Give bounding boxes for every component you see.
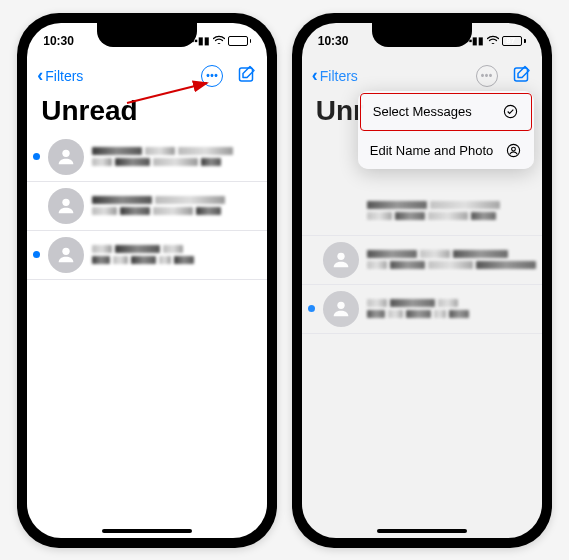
home-indicator[interactable] (377, 529, 467, 533)
menu-label: Select Messages (373, 104, 472, 119)
menu-label: Edit Name and Photo (370, 143, 494, 158)
menu-select-messages[interactable]: Select Messages (360, 93, 532, 131)
unread-dot (33, 251, 40, 258)
svg-point-3 (63, 149, 70, 156)
screen-right: 10:30 ▪▪▮▮ 87 ‹ Filters ••• (302, 23, 542, 538)
status-time: 10:30 (318, 34, 349, 48)
svg-point-7 (505, 105, 517, 117)
status-time: 10:30 (43, 34, 74, 48)
compose-button[interactable] (512, 64, 532, 88)
svg-point-11 (337, 301, 344, 308)
message-preview (367, 299, 532, 318)
message-row[interactable] (27, 182, 267, 231)
back-button[interactable]: ‹ Filters (37, 65, 83, 86)
svg-point-4 (63, 198, 70, 205)
unread-dot (308, 305, 315, 312)
message-preview (92, 147, 257, 166)
back-button[interactable]: ‹ Filters (312, 65, 358, 86)
back-label: Filters (320, 68, 358, 84)
menu-edit-name-photo[interactable]: Edit Name and Photo (358, 133, 534, 169)
svg-point-9 (512, 147, 516, 151)
wifi-icon (213, 35, 225, 46)
svg-point-10 (337, 252, 344, 259)
message-row[interactable] (302, 236, 542, 285)
nav-bar: ‹ Filters ••• (27, 59, 267, 93)
message-row[interactable] (27, 133, 267, 182)
message-preview (367, 201, 532, 220)
check-circle-icon (503, 104, 519, 120)
phone-right: 10:30 ▪▪▮▮ 87 ‹ Filters ••• (292, 13, 552, 548)
phone-left: 10:30 ▪▪▮▮ 87 ‹ Filters ••• (17, 13, 277, 548)
notch (372, 23, 472, 47)
message-preview (92, 196, 257, 215)
page-title: Unread (27, 93, 267, 133)
screen-left: 10:30 ▪▪▮▮ 87 ‹ Filters ••• (27, 23, 267, 538)
message-preview (92, 245, 257, 264)
message-row[interactable] (27, 231, 267, 280)
avatar (48, 188, 84, 224)
person-circle-icon (506, 143, 522, 159)
notch (97, 23, 197, 47)
status-icons: ▪▪▮▮ 87 (191, 35, 252, 46)
avatar (323, 242, 359, 278)
message-preview (367, 250, 536, 269)
chevron-left-icon: ‹ (312, 65, 318, 86)
battery-icon: 87 (502, 36, 526, 46)
avatar (48, 237, 84, 273)
avatar (323, 291, 359, 327)
avatar (48, 139, 84, 175)
nav-bar: ‹ Filters ••• (302, 59, 542, 93)
wifi-icon (487, 35, 499, 46)
context-menu: Select Messages Edit Name and Photo (358, 91, 534, 169)
battery-icon: 87 (228, 36, 252, 46)
nav-right: ••• (476, 64, 532, 88)
home-indicator[interactable] (102, 529, 192, 533)
svg-point-5 (63, 247, 70, 254)
nav-right: ••• (201, 64, 257, 88)
unread-dot (33, 153, 40, 160)
more-button[interactable]: ••• (476, 65, 498, 87)
chevron-left-icon: ‹ (37, 65, 43, 86)
more-button[interactable]: ••• (201, 65, 223, 87)
message-row[interactable] (302, 285, 542, 334)
compose-button[interactable] (237, 64, 257, 88)
message-row[interactable] (302, 187, 542, 236)
status-icons: ▪▪▮▮ 87 (465, 35, 526, 46)
back-label: Filters (45, 68, 83, 84)
